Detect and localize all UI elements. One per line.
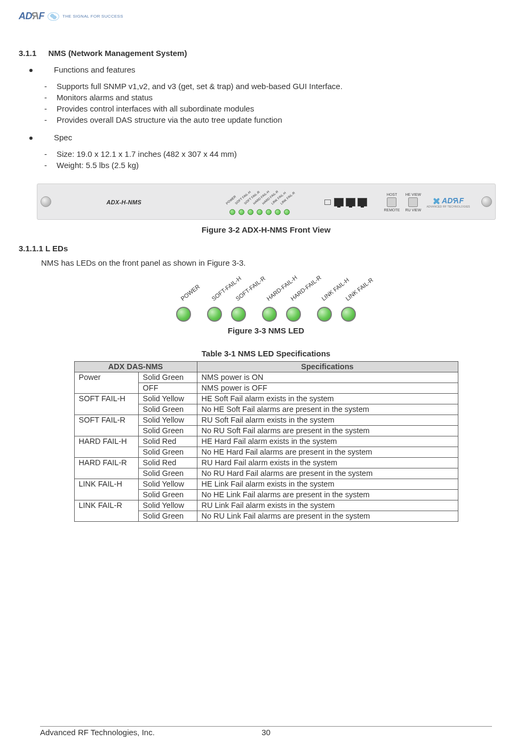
- ethernet-port-icon: [358, 198, 367, 206]
- section-number: 3.1.1: [19, 49, 36, 58]
- table-cell-spec: RU Hard Fail alarm exists in the system: [197, 458, 458, 468]
- he-view-button-icon: [408, 197, 418, 207]
- logo-swirl-icon: [47, 12, 59, 21]
- table-cell-spec: HE Hard Fail alarm exists in the system: [197, 436, 458, 447]
- table-cell-spec: RU Soft Fail alarm exists in the system: [197, 415, 458, 426]
- table-cell-color: Solid Yellow: [138, 500, 197, 511]
- page-header-logo: ADRF THE SIGNAL FOR SUCCESS: [19, 11, 513, 22]
- table-header-right: Specifications: [197, 362, 458, 372]
- table-cell-led: LINK FAIL-H: [74, 479, 138, 500]
- table-cell-led: Power: [74, 372, 138, 394]
- list-item: -Provides overall DAS structure via the …: [44, 114, 513, 125]
- functions-list: -Supports full SNMP v1,v2, and v3 (get, …: [44, 81, 513, 125]
- bullet-label: Spec: [54, 133, 72, 142]
- section-heading: 3.1.1 NMS (Network Management System): [19, 49, 513, 58]
- led-icon: [341, 307, 356, 322]
- led-spec-table: ADX DAS-NMS Specifications PowerSolid Gr…: [74, 361, 458, 522]
- table-cell-spec: NMS power is ON: [197, 372, 458, 383]
- table-cell-color: Solid Yellow: [138, 415, 197, 426]
- panel-logo: ADRF ADVANCED RF TECHNOLOGIES: [426, 196, 470, 208]
- table-cell-spec: No RU Hard Fail alarms are present in th…: [197, 468, 458, 479]
- panel-led-row: POWER SOFT FAIL-H SOFT FAIL-R HARD FAIL-…: [229, 201, 290, 215]
- led-icon: [284, 209, 290, 215]
- list-item: -Monitors alarms and status: [44, 92, 513, 103]
- led-icon: [248, 209, 253, 215]
- list-item: -Supports full SNMP v1,v2, and v3 (get, …: [44, 81, 513, 92]
- table-cell-color: Solid Green: [138, 404, 197, 415]
- table-cell-color: Solid Green: [138, 511, 197, 522]
- table-row: PowerSolid GreenNMS power is ON: [74, 372, 458, 383]
- logo-tagline: THE SIGNAL FOR SUCCESS: [62, 14, 123, 19]
- table-cell-led: SOFT FAIL-R: [74, 415, 138, 436]
- table-row: LINK FAIL-HSolid YellowHE Link Fail alar…: [74, 479, 458, 490]
- led-icon: [229, 209, 235, 215]
- logo-mark: ADRF: [19, 11, 44, 22]
- table-cell-spec: RU Link Fail alarm exists in the system: [197, 500, 458, 511]
- table-cell-color: Solid Yellow: [138, 479, 197, 490]
- table-cell-spec: No HE Hard Fail alarms are present in th…: [197, 447, 458, 458]
- led-icon: [266, 209, 272, 215]
- subsection-title: L EDs: [45, 244, 68, 253]
- led-icon: [257, 209, 263, 215]
- bullet-label: Functions and features: [54, 65, 136, 74]
- table-cell-color: Solid Green: [138, 372, 197, 383]
- screw-icon: [481, 196, 492, 207]
- subsection-number: 3.1.1.1: [19, 244, 43, 253]
- table-cell-color: Solid Green: [138, 490, 197, 500]
- list-item: -Weight: 5.5 lbs (2.5 kg): [44, 160, 513, 171]
- led-icon: [317, 307, 332, 322]
- table-cell-led: HARD FAIL-H: [74, 436, 138, 458]
- list-item: -Size: 19.0 x 12.1 x 1.7 inches (482 x 3…: [44, 148, 513, 160]
- x-icon: [433, 197, 440, 205]
- screw-icon: [41, 196, 51, 207]
- spec-list: -Size: 19.0 x 12.1 x 1.7 inches (482 x 3…: [44, 148, 513, 171]
- table-row: LINK FAIL-RSolid YellowRU Link Fail alar…: [74, 500, 458, 511]
- figure-nms-led: POWER SOFT-FAIL-H SOFT-FAIL-R HARD-FAIL-…: [19, 278, 513, 322]
- table-row: SOFT FAIL-RSolid YellowRU Soft Fail alar…: [74, 415, 458, 426]
- table-cell-spec: No RU Soft Fail alarms are present in th…: [197, 426, 458, 436]
- led-icon: [176, 307, 191, 322]
- table-cell-spec: NMS power is OFF: [197, 383, 458, 394]
- led-icon: [286, 307, 301, 322]
- table-row: HARD FAIL-RSolid RedRU Hard Fail alarm e…: [74, 458, 458, 468]
- table-cell-led: HARD FAIL-R: [74, 458, 138, 479]
- figure-device-panel: ADX-H-NMS POWER SOFT FAIL-H SOFT FAIL-R …: [37, 184, 496, 220]
- table-cell-led: SOFT FAIL-H: [74, 394, 138, 415]
- ethernet-port-icon: [346, 198, 355, 206]
- table-caption-3-1: Table 3-1 NMS LED Specifications: [19, 349, 513, 358]
- ethernet-port-icon: [334, 198, 344, 206]
- led-icon: [231, 307, 246, 322]
- table-cell-spec: No HE Link Fail alarms are present in th…: [197, 490, 458, 500]
- table-cell-color: Solid Green: [138, 447, 197, 458]
- table-row: SOFT FAIL-HSolid YellowHE Soft Fail alar…: [74, 394, 458, 404]
- table-cell-spec: No RU Link Fail alarms are present in th…: [197, 511, 458, 522]
- led-icon: [239, 209, 244, 215]
- table-cell-color: Solid Green: [138, 468, 197, 479]
- bullet-functions: Functions and features: [25, 65, 513, 74]
- bullet-icon: [29, 137, 33, 140]
- subsection-heading: 3.1.1.1 L EDs: [19, 244, 513, 253]
- led-icon: [207, 307, 222, 322]
- led-icon: [262, 307, 277, 322]
- figure-caption-3-2: Figure 3-2 ADX-H-NMS Front View: [19, 225, 513, 234]
- bullet-spec: Spec: [25, 133, 513, 142]
- bullet-icon: [29, 69, 33, 72]
- footer-company: Advanced RF Technologies, Inc.: [40, 728, 155, 737]
- table-cell-color: OFF: [138, 383, 197, 394]
- page-footer: Advanced RF Technologies, Inc. 30: [40, 726, 492, 737]
- table-cell-color: Solid Yellow: [138, 394, 197, 404]
- footer-page-number: 30: [261, 728, 271, 737]
- section-title: NMS (Network Management System): [48, 49, 187, 58]
- table-cell-color: Solid Green: [138, 426, 197, 436]
- led-icon: [275, 209, 281, 215]
- table-row: HARD FAIL-HSolid RedHE Hard Fail alarm e…: [74, 436, 458, 447]
- table-cell-spec: No HE Soft Fail alarms are present in th…: [197, 404, 458, 415]
- table-cell-color: Solid Red: [138, 436, 197, 447]
- list-item: -Provides control interfaces with all su…: [44, 103, 513, 114]
- host-button-icon: [387, 197, 396, 207]
- port-link-icon: [324, 200, 331, 205]
- table-cell-spec: HE Soft Fail alarm exists in the system: [197, 394, 458, 404]
- table-cell-led: LINK FAIL-R: [74, 500, 138, 522]
- table-cell-color: Solid Red: [138, 458, 197, 468]
- table-header-left: ADX DAS-NMS: [74, 362, 197, 372]
